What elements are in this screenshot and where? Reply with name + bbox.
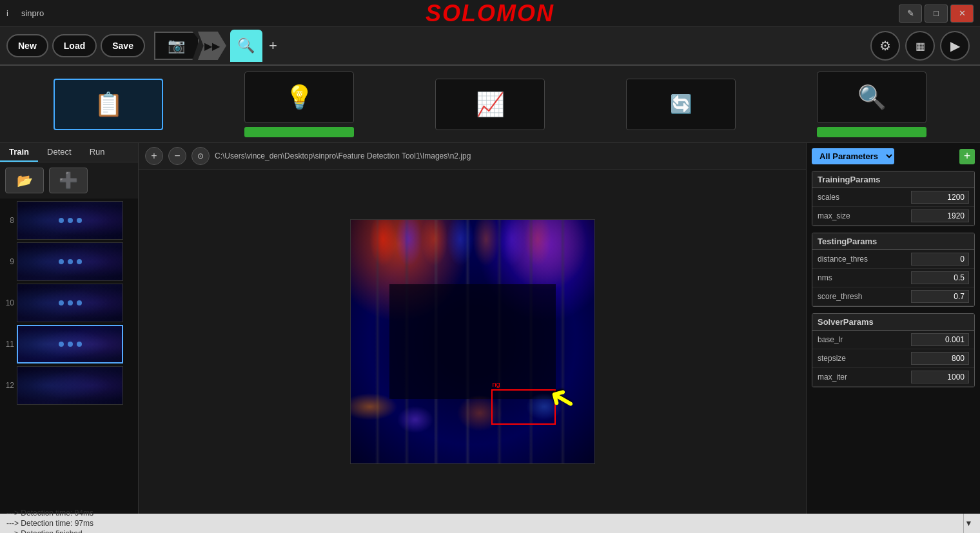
params-header: All Parameters + xyxy=(812,148,975,164)
train-icon-area: 💡 xyxy=(244,72,354,123)
image-toolbar: + − ⊙ C:\Users\vince_den\Desktop\sinpro\… xyxy=(139,143,806,170)
solver-params-scroll: base_lr stepsize max_iter xyxy=(812,331,974,387)
thumbnail-9[interactable] xyxy=(17,242,123,281)
arrows-shape: ▶▶ xyxy=(198,32,226,60)
save-button[interactable]: Save xyxy=(101,34,145,57)
param-max-iter: max_iter xyxy=(812,368,974,387)
thumbnail-list: 8 9 10 11 xyxy=(0,199,138,514)
status-bar: ---> Detection time: 94ms ---> Detection… xyxy=(0,514,980,533)
param-distance-thres: distance_thres xyxy=(812,250,974,269)
win-maximize-btn[interactable]: □ xyxy=(925,5,948,23)
param-max-size-label: max_size xyxy=(818,211,850,220)
detect-progress xyxy=(817,127,926,137)
workflow-bar: 📋 💡 📈 🔄 🔍 xyxy=(0,66,980,143)
training-params-title: TrainingParams xyxy=(812,171,974,188)
training-params-section: TrainingParams scales max_size xyxy=(812,171,975,226)
param-scales-label: scales xyxy=(818,193,839,202)
display-button[interactable]: ▦ xyxy=(905,31,935,61)
detect-icon-area: 🔍 xyxy=(817,72,926,123)
project-name: sinpro xyxy=(21,8,44,18)
thumbnail-12[interactable] xyxy=(17,366,123,405)
tab-run[interactable]: Run xyxy=(81,143,114,162)
new-button[interactable]: New xyxy=(6,34,48,57)
title-bar: i sinpro SOLOMON ✎ □ ✕ xyxy=(0,0,980,27)
export-icon-area: 🔄 xyxy=(626,79,736,130)
solver-params-title: SolverParams xyxy=(812,314,974,331)
thumb-item-8[interactable]: 8 xyxy=(3,201,135,240)
labeling-icon-area: 📋 xyxy=(54,79,163,130)
zoom-reset-button[interactable]: ⊙ xyxy=(191,147,210,165)
camera-tool-group: 📷 ▶▶ xyxy=(154,32,226,60)
params-select[interactable]: All Parameters xyxy=(812,148,894,164)
status-line-1: ---> Detection time: 94ms xyxy=(6,509,93,518)
param-nms: nms xyxy=(812,269,974,287)
main-image: ng ➜ xyxy=(350,219,595,464)
settings-button[interactable]: ⚙ xyxy=(870,31,900,61)
tab-detect[interactable]: Detect xyxy=(38,143,81,162)
left-panel: Train Detect Run 📂 ➕ 8 9 xyxy=(0,143,139,514)
window-controls: ✎ □ ✕ xyxy=(899,5,974,23)
image-display: ng ➜ xyxy=(139,170,806,514)
testing-params-scroll: distance_thres nms score_thresh xyxy=(812,250,974,306)
thumb-item-10[interactable]: 10 xyxy=(3,284,135,322)
training-params-scroll: scales max_size xyxy=(812,188,974,226)
main-toolbar: New Load Save 📷 ▶▶ 🔍 + ⚙ ▦ ▶ xyxy=(0,27,980,66)
brand-logo: SOLOMON xyxy=(426,0,554,27)
solver-params-section: SolverParams base_lr stepsize max_iter xyxy=(812,313,975,387)
param-stepsize-input[interactable] xyxy=(911,352,969,365)
panel-tabs: Train Detect Run xyxy=(0,143,138,162)
status-scroll[interactable]: ▼ xyxy=(963,514,974,533)
testing-params-section: TestingParams distance_thres nms score_t… xyxy=(812,233,975,307)
add-image-button[interactable]: ➕ xyxy=(49,168,88,193)
param-distance-thres-input[interactable] xyxy=(911,253,969,266)
workflow-step-result[interactable]: 📈 xyxy=(426,79,554,130)
content-area: Train Detect Run 📂 ➕ 8 9 xyxy=(0,143,980,514)
thumbnail-11[interactable] xyxy=(17,325,123,363)
panel-actions: 📂 ➕ xyxy=(0,162,138,199)
file-path: C:\Users\vince_den\Desktop\sinpro\Featur… xyxy=(215,151,471,160)
load-button[interactable]: Load xyxy=(52,34,97,57)
add-param-button[interactable]: + xyxy=(959,149,975,164)
param-score-thresh: score_thresh xyxy=(812,287,974,306)
camera-shape: 📷 xyxy=(154,32,199,60)
workflow-step-detect[interactable]: 🔍 xyxy=(807,72,936,137)
app-info: i xyxy=(6,8,8,18)
param-max-iter-input[interactable] xyxy=(911,371,969,383)
param-base-lr: base_lr xyxy=(812,331,974,349)
tab-train[interactable]: Train xyxy=(0,143,38,162)
thumbnail-8[interactable] xyxy=(17,201,123,240)
param-base-lr-input[interactable] xyxy=(911,333,969,346)
thumb-item-11[interactable]: 11 xyxy=(3,325,135,363)
heatmap-overlay xyxy=(351,220,594,463)
param-nms-input[interactable] xyxy=(911,271,969,284)
zoom-out-button[interactable]: − xyxy=(168,147,186,165)
zoom-in-button[interactable]: + xyxy=(145,147,163,165)
thumb-item-9[interactable]: 9 xyxy=(3,242,135,281)
train-progress xyxy=(244,127,354,137)
center-area: + − ⊙ C:\Users\vince_den\Desktop\sinpro\… xyxy=(139,143,806,514)
thumbnail-10[interactable] xyxy=(17,284,123,322)
param-scales-input[interactable] xyxy=(911,191,969,204)
win-edit-btn[interactable]: ✎ xyxy=(899,5,922,23)
status-line-2: ---> Detection time: 97ms xyxy=(6,519,93,528)
active-tool-tab[interactable]: 🔍 xyxy=(230,30,262,62)
param-max-size-input[interactable] xyxy=(911,209,969,222)
param-max-size: max_size xyxy=(812,207,974,226)
add-tab-button[interactable]: + xyxy=(269,37,277,54)
testing-params-title: TestingParams xyxy=(812,233,974,250)
param-distance-thres-label: distance_thres xyxy=(818,255,868,264)
next-button[interactable]: ▶ xyxy=(940,31,970,61)
workflow-step-export[interactable]: 🔄 xyxy=(616,79,745,130)
result-icon-area: 📈 xyxy=(435,79,545,130)
workflow-step-train[interactable]: 💡 xyxy=(235,72,364,137)
param-score-thresh-input[interactable] xyxy=(911,290,969,303)
status-line-3: ---> Detection finished xyxy=(6,529,93,533)
param-scales: scales xyxy=(812,188,974,207)
win-close-btn[interactable]: ✕ xyxy=(950,5,974,23)
thumb-item-12[interactable]: 12 xyxy=(3,366,135,405)
param-max-iter-label: max_iter xyxy=(818,373,847,382)
right-toolbar: ⚙ ▦ ▶ xyxy=(870,31,970,61)
open-folder-button[interactable]: 📂 xyxy=(5,168,44,193)
param-stepsize-label: stepsize xyxy=(818,354,846,363)
workflow-step-labeling[interactable]: 📋 xyxy=(44,79,173,130)
